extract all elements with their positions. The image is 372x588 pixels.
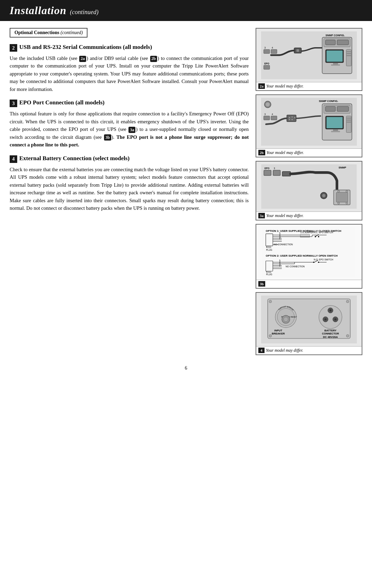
section-3: 3 EPO Port Connection (all models) This … <box>10 99 249 148</box>
svg-rect-33 <box>347 118 351 119</box>
page-subtitle: (continued) <box>70 9 99 16</box>
section-3-heading: 3 EPO Port Connection (all models) <box>10 99 249 107</box>
diagram-3b: OPTION 1: USER SUPPLIED NORMALLY CLOSED … <box>256 225 362 280</box>
section-3-number: 3 <box>10 100 17 107</box>
svg-text:2: 2 <box>279 237 281 239</box>
svg-text:4: 4 <box>272 47 273 49</box>
svg-rect-36 <box>287 115 296 122</box>
page-number: 6 <box>0 362 372 376</box>
caption-badge-2b: 2b <box>258 150 265 155</box>
svg-point-57 <box>338 190 340 192</box>
right-column: SNMP CONFIG. <box>256 28 362 355</box>
diagram-4-svg: CIRCUIT BREAKER PRESS TO RESET <box>259 296 359 343</box>
page-header: Installation (continued) <box>0 0 372 21</box>
optional-connections-banner: Optional Connections (continued) <box>10 28 87 38</box>
optional-connections-label: Optional Connections <box>14 30 59 35</box>
caption-text-2a: Your model may differ. <box>266 84 303 89</box>
image-box-4: CIRCUIT BREAKER PRESS TO RESET <box>256 292 362 355</box>
svg-point-130 <box>334 318 337 320</box>
svg-text:PLUG: PLUG <box>266 273 272 276</box>
svg-text:4: 4 <box>272 113 273 115</box>
svg-rect-11 <box>347 51 351 52</box>
section-2-number: 2 <box>10 44 17 52</box>
image-caption-3b: 3b <box>256 280 362 288</box>
svg-point-93 <box>318 236 319 237</box>
svg-text:N.O. EPO SWITCH: N.O. EPO SWITCH <box>314 258 333 261</box>
diagram-3b-svg: OPTION 1: USER SUPPLIED NORMALLY CLOSED … <box>259 227 359 277</box>
svg-rect-56 <box>336 192 348 202</box>
svg-rect-7 <box>327 51 343 62</box>
caption-badge-3a: 3a <box>258 213 265 218</box>
svg-rect-18 <box>264 50 270 54</box>
svg-text:1-S JUMPER: 1-S JUMPER <box>300 231 314 234</box>
svg-point-136 <box>269 300 272 303</box>
svg-text:RJ11: RJ11 <box>266 271 272 273</box>
svg-rect-43 <box>271 116 277 120</box>
svg-point-58 <box>346 190 348 192</box>
svg-rect-13 <box>347 55 351 56</box>
diagram-3a: SNMP EPO 3 <box>256 162 362 212</box>
svg-text:BREAKER: BREAKER <box>272 332 285 335</box>
badge-3a: 3a <box>128 127 135 133</box>
svg-point-62 <box>322 194 326 197</box>
svg-rect-15 <box>297 49 299 52</box>
svg-point-92 <box>315 236 316 237</box>
svg-point-37 <box>289 117 290 118</box>
caption-badge-4: 4 <box>258 348 265 353</box>
svg-rect-42 <box>264 116 270 120</box>
svg-text:3: 3 <box>265 113 266 115</box>
section-4-body: Check to ensure that the external batter… <box>10 166 249 212</box>
svg-point-128 <box>329 309 331 311</box>
caption-badge-2a: 2a <box>258 83 265 89</box>
svg-text:RJ11: RJ11 <box>266 246 272 248</box>
svg-text:NO CONNECTION: NO CONNECTION <box>286 265 305 268</box>
svg-point-39 <box>294 117 296 118</box>
svg-rect-86 <box>300 234 310 237</box>
diagram-3a-svg: SNMP EPO 3 <box>259 164 359 209</box>
svg-text:N.C. EPO SWITCH: N.C. EPO SWITCH <box>314 231 333 234</box>
section-4-title: External Battery Connection (select mode… <box>19 155 130 162</box>
content-wrapper: Optional Connections (continued) 2 USB a… <box>0 21 372 362</box>
svg-text:OPTION 2: USER SUPPLIED NORMAL: OPTION 2: USER SUPPLIED NORMALLY OPEN SW… <box>266 254 338 257</box>
diagram-4: CIRCUIT BREAKER PRESS TO RESET <box>256 293 362 346</box>
image-caption-4: 4 Your model may differ. <box>256 346 362 354</box>
section-2: 2 USB and RS-232 Serial Communications (… <box>10 44 249 93</box>
image-box-3b: OPTION 1: USER SUPPLIED NORMALLY CLOSED … <box>256 224 362 289</box>
svg-point-129 <box>324 318 327 320</box>
svg-point-40 <box>289 119 290 120</box>
diagram-2a-svg: SNMP CONFIG. <box>259 31 359 79</box>
svg-point-137 <box>346 300 349 303</box>
svg-rect-34 <box>347 120 351 121</box>
svg-text:3: 3 <box>274 167 275 169</box>
svg-rect-50 <box>264 170 271 175</box>
svg-text:INPUT: INPUT <box>274 329 282 332</box>
svg-rect-4 <box>326 40 335 45</box>
svg-rect-29 <box>327 117 343 128</box>
svg-text:SNMP CONFIG.: SNMP CONFIG. <box>319 100 338 103</box>
image-caption-3a: 3a Your model may differ. <box>256 212 362 220</box>
svg-point-59 <box>338 202 340 204</box>
svg-text:SNMP CONFIG.: SNMP CONFIG. <box>326 34 345 37</box>
image-caption-2b: 2b Your model may differ. <box>256 148 362 157</box>
svg-rect-17 <box>264 65 270 70</box>
svg-rect-27 <box>337 106 349 111</box>
section-3-body: This optional feature is only for those … <box>10 110 249 148</box>
svg-text:CONNECTOR: CONNECTOR <box>322 332 339 335</box>
svg-text:EPO: EPO <box>265 62 269 65</box>
svg-text:2: 2 <box>279 264 281 267</box>
badge-2a: 2a <box>79 56 86 62</box>
section-4-number: 4 <box>10 155 17 163</box>
svg-rect-9 <box>331 64 340 66</box>
svg-point-123 <box>283 317 288 321</box>
diagram-2a: SNMP CONFIG. <box>256 29 362 82</box>
svg-text:SNMP: SNMP <box>339 166 346 169</box>
svg-rect-12 <box>347 53 351 54</box>
svg-rect-35 <box>347 122 351 123</box>
svg-rect-31 <box>331 131 340 132</box>
svg-rect-26 <box>326 106 335 111</box>
svg-rect-5 <box>337 40 349 45</box>
svg-text:BATTERY: BATTERY <box>324 329 337 332</box>
image-box-2b: SNMP CONFIG. <box>256 94 362 157</box>
image-box-2a: SNMP CONFIG. <box>256 28 362 91</box>
section-4-heading: 4 External Battery Connection (select mo… <box>10 155 249 163</box>
